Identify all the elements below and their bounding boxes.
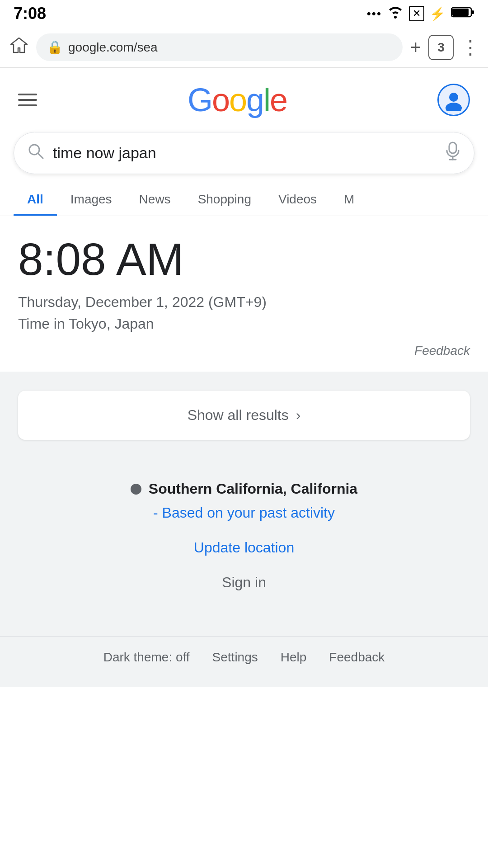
- new-tab-button[interactable]: +: [410, 37, 421, 58]
- tab-all[interactable]: All: [14, 183, 57, 216]
- mic-icon[interactable]: [445, 142, 460, 165]
- status-icons: ••• ✕ ⚡: [367, 6, 474, 22]
- logo-l: l: [263, 82, 270, 118]
- hamburger-menu[interactable]: [18, 94, 37, 106]
- logo-g2: g: [246, 82, 263, 118]
- tab-news[interactable]: News: [126, 183, 184, 216]
- update-location-link[interactable]: Update location: [18, 539, 470, 556]
- location-dot-icon: [131, 484, 141, 495]
- show-all-label: Show all results: [188, 407, 289, 424]
- url-text: google.com/sea: [68, 40, 158, 55]
- footer: Dark theme: off Settings Help Feedback: [0, 636, 488, 687]
- feedback-link[interactable]: Feedback: [329, 650, 385, 665]
- result-card: 8:08 AM Thursday, December 1, 2022 (GMT+…: [0, 216, 488, 372]
- tab-more[interactable]: M: [330, 183, 368, 216]
- logo-g: G: [188, 82, 212, 118]
- result-time: 8:08 AM: [18, 234, 470, 284]
- lock-icon: 🔒: [47, 40, 63, 55]
- tab-videos[interactable]: Videos: [265, 183, 330, 216]
- settings-link[interactable]: Settings: [212, 650, 258, 665]
- result-date: Thursday, December 1, 2022 (GMT+9) Time …: [18, 291, 470, 335]
- svg-rect-1: [452, 9, 469, 16]
- wifi-icon: [387, 6, 404, 22]
- status-time: 7:08: [14, 4, 46, 23]
- result-feedback-link[interactable]: Feedback: [18, 335, 470, 363]
- signal-icon: •••: [367, 7, 382, 21]
- svg-point-4: [446, 103, 462, 111]
- chevron-right-icon: ›: [296, 407, 301, 424]
- logo-e: e: [270, 82, 287, 118]
- screen-icon: ✕: [409, 6, 424, 21]
- svg-point-3: [449, 93, 458, 102]
- logo-o1: o: [212, 82, 229, 118]
- svg-rect-7: [449, 142, 456, 153]
- battery-icon: [451, 6, 474, 22]
- location-line: Southern California, California: [18, 481, 470, 497]
- browser-chrome: 🔒 google.com/sea + 3 ⋮: [0, 27, 488, 68]
- logo-o2: o: [229, 82, 246, 118]
- google-logo: Google: [188, 81, 287, 118]
- google-header: Google: [0, 68, 488, 132]
- show-all-results-section: Show all results ›: [0, 377, 488, 453]
- location-section: Southern California, California - Based …: [0, 453, 488, 636]
- sign-in-text: Sign in: [18, 574, 470, 591]
- dark-theme-link[interactable]: Dark theme: off: [103, 650, 190, 665]
- search-bar-container: time now japan: [0, 132, 488, 183]
- search-tabs: All Images News Shopping Videos M: [0, 183, 488, 216]
- more-menu-button[interactable]: ⋮: [461, 36, 479, 58]
- help-link[interactable]: Help: [281, 650, 307, 665]
- location-activity[interactable]: - Based on your past activity: [18, 505, 470, 521]
- search-bar[interactable]: time now japan: [14, 132, 474, 174]
- search-query: time now japan: [53, 144, 436, 162]
- section-divider: [0, 372, 488, 377]
- location-name: Southern California, California: [149, 481, 357, 497]
- status-bar: 7:08 ••• ✕ ⚡: [0, 0, 488, 27]
- show-all-results-button[interactable]: Show all results ›: [18, 391, 470, 440]
- charging-icon: ⚡: [430, 6, 446, 21]
- svg-line-6: [38, 153, 43, 158]
- home-button[interactable]: [9, 35, 29, 59]
- tab-images[interactable]: Images: [57, 183, 126, 216]
- search-icon: [28, 143, 44, 163]
- svg-rect-2: [472, 10, 474, 14]
- user-avatar[interactable]: [437, 84, 470, 116]
- tabs-button[interactable]: 3: [428, 35, 454, 60]
- url-bar[interactable]: 🔒 google.com/sea: [36, 33, 403, 61]
- tab-shopping[interactable]: Shopping: [184, 183, 265, 216]
